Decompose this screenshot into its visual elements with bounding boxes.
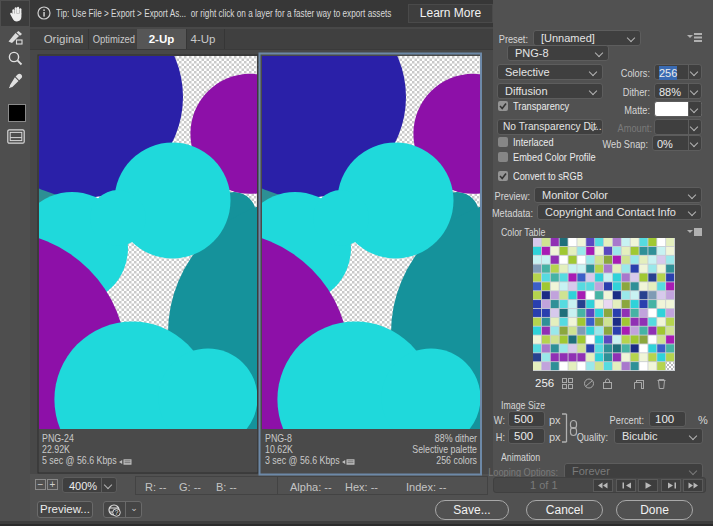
svg-text:?: ? [115,509,119,516]
